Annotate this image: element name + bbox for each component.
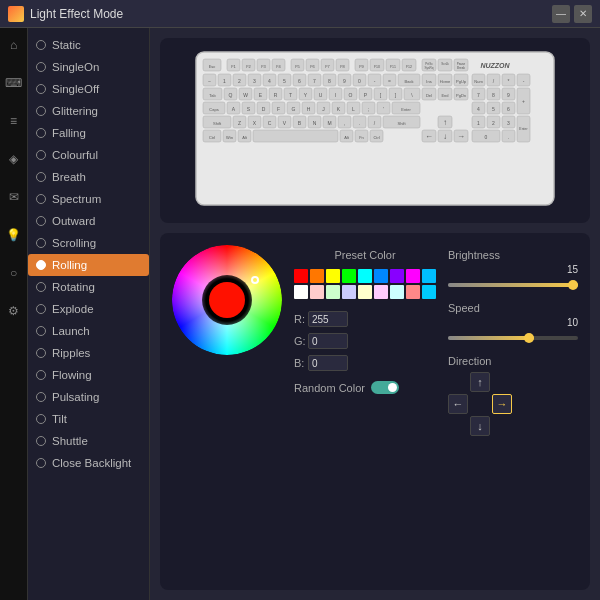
keyboard-icon[interactable]: ⌨: [3, 72, 25, 94]
preset-color-swatch[interactable]: [406, 269, 420, 283]
color-picker-cursor[interactable]: [251, 276, 259, 284]
preset-color-swatch[interactable]: [342, 285, 356, 299]
preset-color-swatch[interactable]: [310, 269, 324, 283]
notification-icon[interactable]: ✉: [3, 186, 25, 208]
keyboard-wrap: Esc F1 F2 F3 F4 F5 F6 F7: [195, 51, 555, 211]
arrow-up-button[interactable]: ↑: [470, 372, 490, 392]
preset-color-swatch[interactable]: [390, 269, 404, 283]
sidebar-item-rotating[interactable]: Rotating: [28, 276, 149, 298]
radio-dot: [36, 392, 46, 402]
sidebar-item-close-backlight[interactable]: Close Backlight: [28, 452, 149, 474]
preset-color-swatch[interactable]: [374, 285, 388, 299]
r-input[interactable]: [308, 311, 348, 327]
sidebar-item-shuttle[interactable]: Shuttle: [28, 430, 149, 452]
close-button[interactable]: ✕: [574, 5, 592, 23]
sidebar-item-explode[interactable]: Explode: [28, 298, 149, 320]
arrow-empty-tl: [448, 372, 468, 392]
brightness-label: Brightness: [448, 249, 578, 261]
svg-text:F9: F9: [359, 64, 364, 69]
radio-dot: [36, 326, 46, 336]
svg-text:Ctrl: Ctrl: [373, 135, 379, 140]
sidebar-item-colourful[interactable]: Colourful: [28, 144, 149, 166]
svg-text:Back: Back: [405, 79, 414, 84]
svg-text:N: N: [313, 120, 317, 126]
sidebar-item-static[interactable]: Static: [28, 34, 149, 56]
color-wheel[interactable]: [172, 245, 282, 355]
sidebar-item-singleoff[interactable]: SingleOff: [28, 78, 149, 100]
preset-color-swatch[interactable]: [326, 285, 340, 299]
sidebar-item-label: Spectrum: [52, 193, 101, 205]
sidebar-item-label: Glittering: [52, 105, 98, 117]
svg-text:Q: Q: [229, 92, 233, 98]
preset-color-swatch[interactable]: [342, 269, 356, 283]
profile-icon[interactable]: ○: [3, 262, 25, 284]
extra-settings-icon[interactable]: ⚙: [3, 300, 25, 322]
sidebar-item-spectrum[interactable]: Spectrum: [28, 188, 149, 210]
arrow-down-button[interactable]: ↓: [470, 416, 490, 436]
macro-icon[interactable]: ◈: [3, 148, 25, 170]
sidebar-item-singleon[interactable]: SingleOn: [28, 56, 149, 78]
sidebar-item-glittering[interactable]: Glittering: [28, 100, 149, 122]
controls-panel: Preset Color R: G: B: Random Color: [160, 233, 590, 590]
svg-text:5: 5: [492, 106, 495, 112]
radio-dot: [36, 62, 46, 72]
preset-color-swatch[interactable]: [390, 285, 404, 299]
svg-text:Esc: Esc: [209, 64, 216, 69]
preset-color-swatch[interactable]: [422, 285, 436, 299]
svg-text:6: 6: [507, 106, 510, 112]
svg-text:7: 7: [313, 78, 316, 84]
svg-text:F7: F7: [325, 64, 330, 69]
sidebar-item-breath[interactable]: Breath: [28, 166, 149, 188]
sidebar-item-outward[interactable]: Outward: [28, 210, 149, 232]
sidebar-item-scrolling[interactable]: Scrolling: [28, 232, 149, 254]
sidebar-item-falling[interactable]: Falling: [28, 122, 149, 144]
svg-text:H: H: [307, 106, 311, 112]
g-input[interactable]: [308, 333, 348, 349]
arrow-left-button[interactable]: ←: [448, 394, 468, 414]
svg-text:F1: F1: [231, 64, 236, 69]
b-input[interactable]: [308, 355, 348, 371]
svg-text:5: 5: [283, 78, 286, 84]
sidebar-item-launch[interactable]: Launch: [28, 320, 149, 342]
svg-text:F8: F8: [340, 64, 345, 69]
preset-color-swatch[interactable]: [326, 269, 340, 283]
preset-color-swatch[interactable]: [358, 269, 372, 283]
keyboard-display: Esc F1 F2 F3 F4 F5 F6 F7: [160, 38, 590, 223]
home-icon[interactable]: ⌂: [3, 34, 25, 56]
sidebar-item-ripples[interactable]: Ripples: [28, 342, 149, 364]
b-label: B:: [294, 357, 304, 369]
brightness-track-wrap[interactable]: [448, 278, 578, 292]
preset-color-swatch[interactable]: [294, 285, 308, 299]
direction-arrows-grid: ↑ ← → ↓: [448, 372, 578, 436]
radio-dot: [36, 304, 46, 314]
sidebar-item-pulsating[interactable]: Pulsating: [28, 386, 149, 408]
svg-text:Enter: Enter: [519, 127, 528, 131]
layers-icon[interactable]: ≡: [3, 110, 25, 132]
app-icon: [8, 6, 24, 22]
sidebar-item-label: SingleOn: [52, 61, 99, 73]
light-icon[interactable]: 💡: [3, 224, 25, 246]
preset-color-swatch[interactable]: [294, 269, 308, 283]
selected-color-circle[interactable]: [209, 282, 245, 318]
arrow-right-button[interactable]: →: [492, 394, 512, 414]
random-color-toggle[interactable]: [371, 381, 399, 394]
svg-text:~: ~: [208, 78, 211, 84]
sidebar-item-rolling[interactable]: Rolling: [28, 254, 149, 276]
brightness-thumb[interactable]: [568, 280, 578, 290]
sidebar-item-tilt[interactable]: Tilt: [28, 408, 149, 430]
preset-color-swatch[interactable]: [358, 285, 372, 299]
sidebar-item-flowing[interactable]: Flowing: [28, 364, 149, 386]
svg-text:F10: F10: [374, 65, 380, 69]
minimize-button[interactable]: —: [552, 5, 570, 23]
speed-thumb[interactable]: [524, 333, 534, 343]
svg-text:Shift: Shift: [397, 121, 406, 126]
preset-color-swatch[interactable]: [406, 285, 420, 299]
svg-text:←: ←: [425, 132, 433, 141]
svg-text:.: .: [508, 134, 509, 140]
speed-track-wrap[interactable]: [448, 331, 578, 345]
svg-text:M: M: [327, 120, 331, 126]
preset-color-swatch[interactable]: [310, 285, 324, 299]
preset-color-swatch[interactable]: [374, 269, 388, 283]
preset-color-swatch[interactable]: [422, 269, 436, 283]
color-wheel-section: [172, 245, 282, 578]
